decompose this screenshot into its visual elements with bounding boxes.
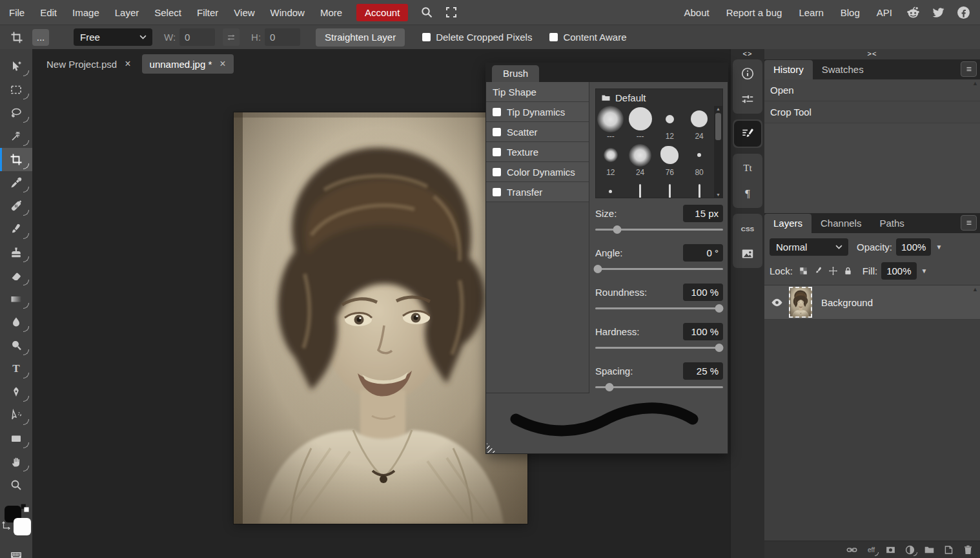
slider-value-input[interactable]: 15 px [683,205,723,222]
tool-presets-button[interactable]: ... [32,29,49,46]
checkbox-box[interactable] [493,148,501,156]
lock-all-button[interactable] [843,266,853,276]
move-tool[interactable] [0,55,32,78]
search-icon[interactable] [420,6,433,19]
layers-tab-paths[interactable]: Paths [870,214,913,233]
panels-collapse-toggle[interactable]: >< [764,49,980,59]
fullscreen-icon[interactable] [445,6,458,19]
menu-file[interactable]: File [1,7,32,18]
link-learn[interactable]: Learn [790,7,832,18]
color-swatches[interactable] [0,502,32,539]
layers-tab-channels[interactable]: Channels [812,214,870,233]
aspect-ratio-select[interactable]: Free [74,28,152,46]
brush-preset[interactable]: 24 [626,142,655,178]
lock-transparency-button[interactable] [799,266,808,276]
close-icon[interactable]: × [125,59,130,69]
preset-folder-row[interactable]: Default [596,89,722,106]
menu-view[interactable]: View [226,7,262,18]
swap-dimensions-button[interactable] [223,28,240,46]
shape-tool[interactable] [0,427,32,450]
gradient-tool[interactable] [0,287,32,311]
adjustments-panel-button[interactable] [733,87,762,112]
brush-section-texture[interactable]: Texture [486,142,589,162]
default-colors-icon[interactable] [20,503,30,513]
brush-section-transfer[interactable]: Transfer [486,182,589,202]
close-icon[interactable]: × [219,59,225,69]
lock-move-button[interactable] [828,266,838,276]
slider-value-input[interactable]: 25 % [683,362,723,380]
scroll-up-icon[interactable]: ▲ [972,81,978,87]
brush-panel-titlebar[interactable]: Brush [486,63,728,82]
brush-preset[interactable] [626,178,655,198]
menu-layer[interactable]: Layer [107,7,147,18]
preset-scrollbar[interactable]: ▲ ▼ [714,106,722,198]
brush-section-tip-dynamics[interactable]: Tip Dynamics [486,102,589,122]
checkbox-box[interactable] [549,33,558,41]
scroll-up-icon[interactable]: ▲ [972,287,978,293]
width-input[interactable]: 0 [179,28,215,46]
crop-tool[interactable] [0,148,32,171]
history-tab-swatches[interactable]: Swatches [813,60,873,79]
checkbox-box[interactable] [422,33,431,41]
checkbox-box[interactable] [493,188,501,196]
slider-track[interactable] [595,382,723,391]
slider-value-input[interactable]: 100 % [683,323,723,340]
slider-track[interactable] [595,343,723,352]
brush-preset[interactable]: --- [596,106,626,142]
lasso-tool[interactable] [0,101,32,125]
layers-menu-button[interactable] [961,215,977,231]
css-panel-button[interactable]: CSS [733,215,762,241]
history-item-crop-tool[interactable]: Crop Tool [764,101,980,123]
canvas-photo[interactable] [234,112,527,524]
brush-preset[interactable] [596,178,626,198]
brush-section-tip-shape[interactable]: Tip Shape [486,82,589,102]
opacity-dropdown-icon[interactable]: ▼ [935,243,942,251]
history-menu-button[interactable] [961,61,977,77]
eyedropper-tool[interactable] [0,171,32,194]
slider-value-input[interactable]: 0 ° [683,244,723,262]
checkbox-box[interactable] [493,128,501,136]
brush-preset[interactable]: 24 [684,106,714,142]
menu-window[interactable]: Window [263,7,312,18]
menu-image[interactable]: Image [65,7,107,18]
brush-preset[interactable] [684,178,714,198]
straighten-layer-button[interactable]: Straighten Layer [316,28,405,46]
checkbox-delete-cropped-pixels[interactable]: Delete Cropped Pixels [422,32,532,43]
keyboard-shortcuts-button[interactable] [0,548,32,558]
group-button[interactable] [924,544,935,555]
layer-thumbnail[interactable] [789,287,812,318]
checkbox-box[interactable] [493,108,501,116]
effects-button[interactable]: eff [866,544,877,555]
slider-track[interactable] [595,225,723,234]
type-tool[interactable]: T [0,357,32,380]
menu-select[interactable]: Select [147,7,189,18]
scrollbar-thumb[interactable] [715,113,721,140]
pen-tool[interactable] [0,380,32,404]
fill-dropdown-icon[interactable]: ▼ [921,267,928,274]
menu-more[interactable]: More [312,7,350,18]
magic-wand-tool[interactable] [0,125,32,148]
strip-collapse-toggle[interactable]: <> [743,49,753,59]
scroll-up-icon[interactable]: ▲ [714,107,722,111]
height-input[interactable]: 0 [265,28,300,46]
reddit-icon[interactable] [906,6,920,19]
document-tab-unnamed-jpg[interactable]: unnamed.jpg *× [142,54,234,74]
layers-tab-layers[interactable]: Layers [764,214,812,233]
path-select-tool[interactable] [0,404,32,427]
link-blog[interactable]: Blog [832,7,868,18]
slider-thumb[interactable] [613,225,621,234]
blur-tool[interactable] [0,311,32,334]
slider-thumb[interactable] [605,383,613,391]
document-tab-new-project-psd[interactable]: New Project.psd× [39,54,139,74]
brush-section-color-dynamics[interactable]: Color Dynamics [486,162,589,182]
brush-preset[interactable]: 12 [655,106,685,142]
brush-tool[interactable] [0,218,32,241]
link-button[interactable] [846,544,857,555]
layer-row-background[interactable]: Background [764,285,980,320]
paragraph-panel-button[interactable]: ¶ [733,181,762,207]
link-report-a-bug[interactable]: Report a bug [718,7,791,18]
brush-preset[interactable] [655,178,685,198]
glyphs-panel-button[interactable]: Tt [733,155,762,181]
brush-panel-tab[interactable]: Brush [492,65,539,82]
brush-section-scatter[interactable]: Scatter [486,122,589,142]
